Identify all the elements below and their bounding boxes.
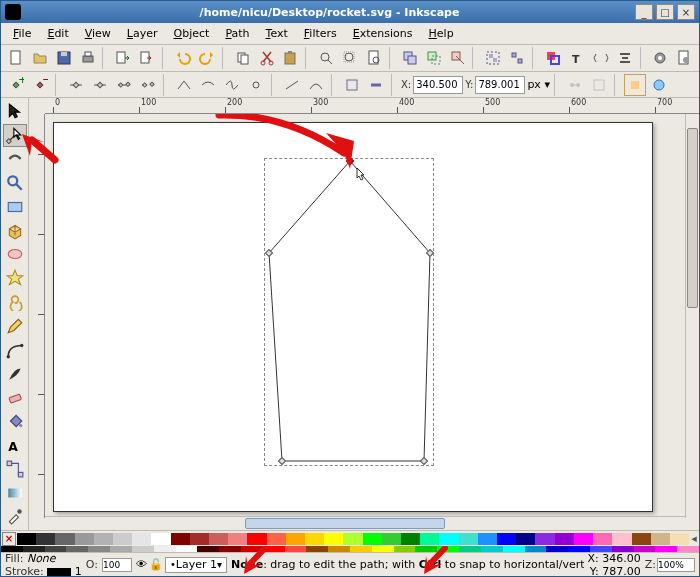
pencil-tool[interactable] — [3, 314, 27, 337]
document-properties-button[interactable] — [673, 47, 695, 69]
y-input[interactable] — [475, 76, 525, 94]
copy-button[interactable] — [232, 47, 254, 69]
menu-filters[interactable]: Filters — [296, 25, 345, 42]
dropper-tool[interactable] — [3, 505, 27, 528]
break-node-button[interactable] — [65, 74, 87, 96]
menu-text[interactable]: Text — [258, 25, 296, 42]
insert-node-button[interactable]: + — [5, 74, 27, 96]
xml-editor-button[interactable] — [590, 47, 612, 69]
zoom-input[interactable] — [657, 558, 695, 572]
color-swatch[interactable] — [324, 533, 343, 545]
undo-button[interactable] — [172, 47, 194, 69]
save-button[interactable] — [53, 47, 75, 69]
zoom-drawing-button[interactable] — [339, 47, 361, 69]
3dbox-tool[interactable] — [3, 219, 27, 242]
color-swatch[interactable] — [55, 533, 74, 545]
canvas-viewport[interactable] — [45, 114, 699, 530]
color-swatch[interactable] — [113, 533, 132, 545]
color-swatch[interactable] — [363, 533, 382, 545]
object-to-path-button[interactable] — [341, 74, 363, 96]
calligraphy-tool[interactable] — [3, 362, 27, 385]
color-swatch[interactable] — [401, 533, 420, 545]
opacity-input[interactable] — [102, 558, 132, 572]
unlink-clone-button[interactable] — [447, 47, 469, 69]
duplicate-button[interactable] — [399, 47, 421, 69]
text-tool[interactable]: A — [3, 434, 27, 457]
smooth-node-button[interactable] — [197, 74, 219, 96]
gradient-tool[interactable] — [3, 481, 27, 504]
maximize-button[interactable]: □ — [656, 4, 674, 20]
curve-segment-button[interactable] — [305, 74, 327, 96]
menu-edit[interactable]: Edit — [39, 25, 76, 42]
line-segment-button[interactable] — [281, 74, 303, 96]
menu-layer[interactable]: Layer — [119, 25, 166, 42]
color-swatch[interactable] — [516, 533, 535, 545]
palette-swatches[interactable] — [17, 533, 689, 545]
color-swatch[interactable] — [305, 533, 324, 545]
new-button[interactable] — [5, 47, 27, 69]
layer-visibility-icon[interactable]: 👁 — [136, 558, 147, 571]
color-swatch[interactable] — [343, 533, 362, 545]
color-swatch[interactable] — [439, 533, 458, 545]
color-swatch[interactable] — [286, 533, 305, 545]
color-swatch[interactable] — [535, 533, 554, 545]
bezier-tool[interactable] — [3, 338, 27, 361]
rectangle-tool[interactable] — [3, 195, 27, 218]
canvas-page[interactable] — [53, 122, 653, 512]
open-button[interactable] — [29, 47, 51, 69]
import-button[interactable] — [112, 47, 134, 69]
color-swatch[interactable] — [171, 533, 190, 545]
color-swatch[interactable] — [209, 533, 228, 545]
minimize-button[interactable]: _ — [635, 4, 653, 20]
preferences-button[interactable] — [650, 47, 672, 69]
group-button[interactable] — [482, 47, 504, 69]
unit-selector[interactable]: px ▾ — [527, 78, 550, 91]
show-outline-button[interactable] — [588, 74, 610, 96]
zoom-selection-button[interactable] — [315, 47, 337, 69]
color-swatch[interactable] — [247, 533, 266, 545]
color-swatch[interactable] — [632, 533, 651, 545]
scrollbar-vertical[interactable] — [685, 114, 699, 518]
color-swatch[interactable] — [593, 533, 612, 545]
clone-button[interactable] — [423, 47, 445, 69]
menu-help[interactable]: Help — [421, 25, 462, 42]
color-swatch[interactable] — [151, 533, 170, 545]
color-swatch[interactable] — [478, 533, 497, 545]
eraser-tool[interactable] — [3, 386, 27, 409]
color-swatch[interactable] — [612, 533, 631, 545]
print-button[interactable] — [77, 47, 99, 69]
fill-stroke-button[interactable] — [542, 47, 564, 69]
color-swatch[interactable] — [497, 533, 516, 545]
color-swatch[interactable] — [574, 533, 593, 545]
zoom-tool[interactable] — [3, 171, 27, 194]
redo-button[interactable] — [196, 47, 218, 69]
star-tool[interactable] — [3, 267, 27, 290]
node-tool[interactable] — [3, 124, 27, 147]
tweak-tool[interactable] — [3, 148, 27, 171]
auto-node-button[interactable] — [245, 74, 267, 96]
color-swatch[interactable] — [132, 533, 151, 545]
menu-path[interactable]: Path — [217, 25, 257, 42]
stroke-to-path-button[interactable] — [365, 74, 387, 96]
text-dialog-button[interactable]: T — [566, 47, 588, 69]
ellipse-tool[interactable] — [3, 243, 27, 266]
color-swatch[interactable] — [94, 533, 113, 545]
fill-stroke-indicator[interactable]: Fill: None Stroke: 1 — [5, 552, 82, 578]
scrollbar-horizontal[interactable] — [45, 516, 685, 530]
zoom-page-button[interactable] — [363, 47, 385, 69]
color-swatch[interactable] — [267, 533, 286, 545]
connector-tool[interactable] — [3, 457, 27, 480]
color-swatch[interactable] — [17, 533, 36, 545]
close-button[interactable]: × — [677, 4, 695, 20]
show-handles-button[interactable] — [564, 74, 586, 96]
color-swatch[interactable] — [670, 533, 689, 545]
selector-tool[interactable] — [3, 100, 27, 123]
color-swatch[interactable] — [459, 533, 478, 545]
menu-view[interactable]: View — [77, 25, 119, 42]
layer-selector[interactable]: •Layer 1 ▾ — [165, 557, 227, 573]
menu-object[interactable]: Object — [166, 25, 218, 42]
layer-lock-icon[interactable]: 🔓 — [149, 558, 163, 571]
delete-node-button[interactable]: − — [29, 74, 51, 96]
palette-menu-icon[interactable]: ◂ — [689, 532, 699, 545]
color-swatch[interactable] — [190, 533, 209, 545]
